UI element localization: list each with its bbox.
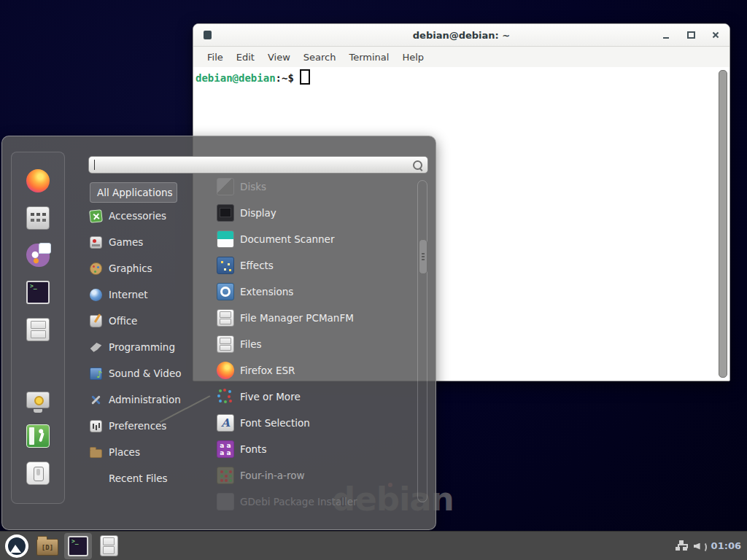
app-label: GDebi Package Installer: [240, 496, 357, 508]
taskbar-folder-d-button[interactable]: [34, 533, 61, 559]
menubar-item-help[interactable]: Help: [395, 52, 430, 63]
files-icon: [217, 335, 234, 353]
app-item-disks[interactable]: Disks: [214, 174, 415, 200]
app-item-effects[interactable]: Effects: [214, 252, 415, 279]
dock-logout-button[interactable]: [25, 424, 51, 448]
clock[interactable]: 01:06: [711, 540, 741, 551]
prompt-suffix: :~$: [276, 72, 294, 84]
maximize-button[interactable]: [681, 28, 700, 42]
menubar-item-view[interactable]: View: [261, 52, 297, 63]
taskbar-terminal-button[interactable]: [64, 533, 92, 559]
app-item-gdebi[interactable]: GDebi Package Installer: [214, 489, 415, 515]
document-scanner-icon: [217, 230, 234, 248]
terminal-window-title: debian@debian: ~: [193, 30, 729, 41]
category-recent[interactable]: Recent Files: [88, 465, 204, 491]
accessories-icon: [89, 209, 103, 223]
dock-lock-screen-button[interactable]: [25, 387, 51, 411]
app-label: Font Selection: [240, 417, 310, 429]
category-list: AccessoriesGamesGraphicsInternetOfficePr…: [88, 203, 204, 491]
close-button[interactable]: [706, 28, 725, 42]
dock-file-cabinet-button[interactable]: [25, 318, 51, 341]
internet-icon: [90, 289, 102, 301]
dock-pidgin-button[interactable]: [25, 244, 51, 267]
pidgin-icon: [26, 244, 50, 267]
terminal-scrollbar[interactable]: [719, 70, 727, 378]
all-applications-label: All Applications: [97, 187, 173, 198]
menu-logo-icon: [5, 534, 28, 558]
gdebi-icon: [217, 493, 234, 510]
category-programming[interactable]: Programming: [88, 334, 204, 360]
category-label: Programming: [109, 341, 175, 353]
office-icon: [90, 315, 102, 327]
folder-d-icon: [36, 539, 58, 556]
dock-software-button[interactable]: [25, 206, 51, 230]
app-item-file-manager[interactable]: File Manager PCManFM: [214, 305, 415, 331]
menu-favorites-panel: [11, 152, 65, 504]
category-sound-video[interactable]: Sound & Video: [88, 360, 204, 386]
dock-shutdown-button[interactable]: [25, 462, 51, 485]
category-label: Graphics: [109, 262, 152, 274]
application-menu: All Applications AccessoriesGamesGraphic…: [1, 136, 436, 530]
menubar-item-edit[interactable]: Edit: [230, 52, 261, 63]
app-label: Five or More: [240, 391, 301, 402]
dock-firefox-button[interactable]: [25, 169, 51, 192]
category-office[interactable]: Office: [88, 308, 204, 334]
dock-terminal-button[interactable]: [25, 281, 51, 304]
volume-icon[interactable]: [694, 541, 705, 551]
desktop: { "desktop": { "watermark": "debian" }, …: [0, 0, 747, 560]
category-label: Games: [109, 236, 143, 248]
search-box[interactable]: [88, 156, 428, 174]
taskbar-menu-logo-button[interactable]: [3, 533, 31, 559]
app-item-extensions[interactable]: Extensions: [214, 279, 415, 305]
firefox-icon: [217, 362, 234, 379]
category-places[interactable]: Places: [88, 439, 204, 465]
app-label: File Manager PCManFM: [240, 312, 354, 324]
graphics-icon: [90, 262, 102, 275]
app-list-scrollbar-track[interactable]: [417, 180, 427, 502]
category-label: Office: [109, 315, 137, 327]
app-list-scrollbar-handle[interactable]: [419, 239, 427, 274]
all-applications-button[interactable]: All Applications: [90, 182, 177, 203]
app-item-five-or-more[interactable]: Five or More: [214, 384, 415, 410]
file-cabinet-icon: [100, 535, 118, 556]
close-icon: [712, 31, 719, 39]
app-item-document-scanner[interactable]: Document Scanner: [214, 226, 415, 252]
prompt-user-host: debian@debian: [196, 72, 276, 84]
app-item-firefox[interactable]: Firefox ESR: [214, 357, 415, 384]
menubar-item-file[interactable]: File: [201, 52, 230, 63]
app-item-font-selection[interactable]: Font Selection: [214, 410, 415, 436]
category-label: Recent Files: [109, 472, 168, 484]
terminal-titlebar[interactable]: debian@debian: ~: [193, 24, 729, 47]
category-label: Places: [109, 446, 140, 458]
category-accessories[interactable]: Accessories: [88, 203, 204, 229]
administration-icon: [90, 394, 102, 406]
category-preferences[interactable]: Preferences: [88, 413, 204, 439]
category-internet[interactable]: Internet: [88, 281, 204, 308]
fonts-icon: [217, 440, 234, 458]
menubar-item-terminal[interactable]: Terminal: [342, 52, 395, 63]
terminal-prompt: debian@debian:~$: [196, 69, 310, 85]
app-item-display[interactable]: Display: [214, 200, 415, 226]
app-item-files[interactable]: Files: [214, 331, 415, 357]
terminal-icon: [68, 536, 88, 556]
menubar-item-search[interactable]: Search: [297, 52, 343, 63]
category-graphics[interactable]: Graphics: [88, 255, 204, 281]
four-in-a-row-icon: [217, 467, 234, 484]
minimize-button[interactable]: [657, 28, 676, 42]
search-input[interactable]: [95, 159, 413, 171]
font-selection-icon: [217, 414, 234, 432]
window-controls: [651, 24, 725, 46]
file-cabinet-icon: [26, 318, 50, 341]
app-item-four-in-a-row[interactable]: Four-in-a-row: [214, 462, 415, 489]
network-icon[interactable]: [676, 540, 687, 551]
games-icon: [90, 236, 102, 249]
category-games[interactable]: Games: [88, 229, 204, 255]
app-label: Effects: [240, 260, 274, 271]
taskbar: 01:06: [0, 531, 747, 560]
extensions-icon: [217, 283, 234, 300]
app-label: Extensions: [240, 286, 293, 298]
search-icon: [413, 160, 422, 170]
maximize-icon: [687, 31, 695, 39]
app-item-fonts[interactable]: Fonts: [214, 436, 415, 462]
taskbar-file-cabinet-button[interactable]: [95, 533, 123, 559]
